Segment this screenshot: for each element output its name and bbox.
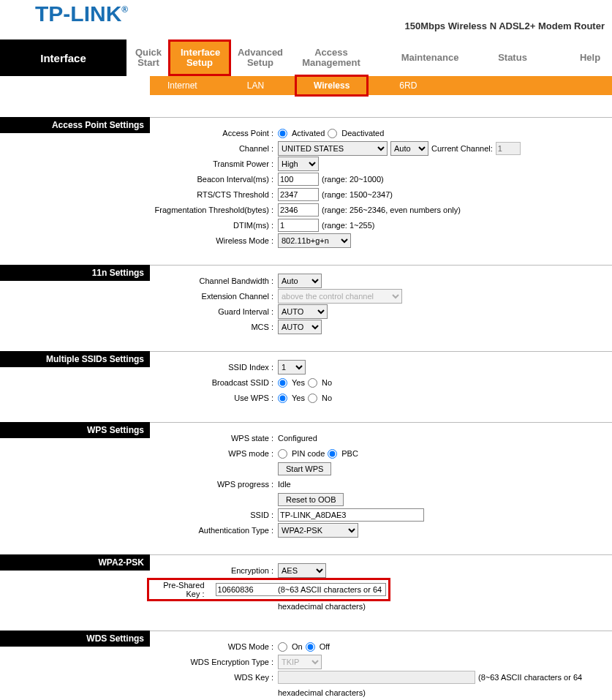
label-wps-state: WPS state : xyxy=(150,434,278,443)
brand-text: TP-LINK xyxy=(35,1,121,26)
select-cbw[interactable]: Auto xyxy=(278,274,322,288)
input-dtim[interactable] xyxy=(278,219,319,232)
radio-wps-pin[interactable] xyxy=(278,449,287,459)
section-wps: WPS Settings xyxy=(0,422,150,438)
tab-access-management[interactable]: Access Management xyxy=(292,43,371,72)
label-wds-key: WDS Key : xyxy=(150,673,278,682)
section-multiple-ssids: Multiple SSIDs Settings xyxy=(0,351,150,367)
note-wdskey-2: hexadecimal characters) xyxy=(278,688,366,697)
label-guard-interval: Guard Interval : xyxy=(150,307,278,316)
input-ssid[interactable] xyxy=(278,508,424,522)
label-wps-progress: WPS progress : xyxy=(150,480,278,489)
select-encryption[interactable]: AES xyxy=(278,563,326,578)
button-reset-oob[interactable]: Reset to OOB xyxy=(278,493,344,506)
radio-usewps-yes[interactable] xyxy=(278,394,287,403)
tab-advanced-setup[interactable]: Advanced Setup xyxy=(229,43,292,72)
tab-status[interactable]: Status xyxy=(486,48,539,67)
section-access-point: Access Point Settings xyxy=(0,117,150,133)
select-country[interactable]: UNITED STATES xyxy=(278,141,388,156)
label-beacon: Beacon Interval(ms) : xyxy=(150,175,278,184)
text-no-2: No xyxy=(322,394,332,402)
label-channel: Channel : xyxy=(150,144,278,153)
label-ssid: SSID : xyxy=(150,511,278,519)
select-ext-channel: above the control channel xyxy=(278,289,402,304)
text-on: On xyxy=(292,642,303,651)
brand-logo: TP-LINK® xyxy=(35,1,128,26)
label-frag: Fragmentation Threshold(bytes) : xyxy=(150,206,278,214)
select-mcs[interactable]: AUTO xyxy=(278,320,322,334)
label-current-channel: Current Channel: xyxy=(431,144,493,153)
subtab-internet[interactable]: Internet xyxy=(150,76,215,95)
label-dtim: DTIM(ms) : xyxy=(150,221,278,230)
radio-ap-activated[interactable] xyxy=(278,129,287,138)
field-current-channel xyxy=(496,142,521,155)
label-psk: Pre-Shared Key : xyxy=(151,581,205,598)
label-rts: RTS/CTS Threshold : xyxy=(150,190,278,199)
text-activated: Activated xyxy=(292,129,325,138)
text-pin: PIN code xyxy=(292,449,325,458)
subtab-6rd[interactable]: 6RD xyxy=(382,76,434,95)
select-wds-enc: TKIP xyxy=(278,655,322,669)
section-11n: 11n Settings xyxy=(0,265,150,281)
input-frag[interactable] xyxy=(278,203,319,217)
label-auth-type: Authentication Type : xyxy=(150,526,278,535)
note-wdskey-1: (8~63 ASCII characters or 64 xyxy=(478,673,582,682)
tab-help[interactable]: Help xyxy=(568,48,612,67)
note-psk-1: (8~63 ASCII characters or 64 xyxy=(278,585,382,594)
subtab-wireless[interactable]: Wireless xyxy=(296,76,367,95)
subtab-lan[interactable]: LAN xyxy=(230,76,282,95)
note-psk-2: hexadecimal characters) xyxy=(278,602,366,611)
label-tx-power: Transmit Power : xyxy=(150,159,278,168)
text-deactivated: Deactivated xyxy=(341,129,384,138)
note-rts: (range: 1500~2347) xyxy=(322,190,393,199)
current-section-label: Interface xyxy=(0,39,126,76)
input-rts[interactable] xyxy=(278,188,319,201)
label-encryption: Encryption : xyxy=(150,566,278,575)
text-no-1: No xyxy=(322,378,332,387)
section-wds: WDS Settings xyxy=(0,631,150,647)
note-frag: (range: 256~2346, even numbers only) xyxy=(322,206,461,214)
select-tx-power[interactable]: High xyxy=(278,157,319,171)
label-mcs: MCS : xyxy=(150,323,278,331)
text-yes-2: Yes xyxy=(292,394,305,402)
text-pbc: PBC xyxy=(341,449,358,458)
select-guard-interval[interactable]: AUTO xyxy=(278,304,328,319)
label-wds-enc: WDS Encryption Type : xyxy=(150,658,278,666)
radio-ap-deactivated[interactable] xyxy=(328,129,337,138)
radio-wps-pbc[interactable] xyxy=(328,449,337,459)
button-start-wps[interactable]: Start WPS xyxy=(278,462,331,475)
label-use-wps: Use WPS : xyxy=(150,394,278,402)
tab-maintenance[interactable]: Maintenance xyxy=(390,48,470,67)
label-wds-mode: WDS Mode : xyxy=(150,642,278,651)
note-dtim: (range: 1~255) xyxy=(322,221,374,230)
registered-icon: ® xyxy=(121,4,128,15)
label-ssid-index: SSID Index : xyxy=(150,363,278,372)
label-broadcast-ssid: Broadcast SSID : xyxy=(150,378,278,387)
input-wds-key xyxy=(278,671,475,684)
tab-interface-setup[interactable]: Interface Setup xyxy=(170,42,229,74)
value-wps-state: Configured xyxy=(278,434,317,443)
value-wps-progress: Idle xyxy=(278,480,291,489)
section-wpa2psk: WPA2-PSK xyxy=(0,554,150,571)
radio-wds-on[interactable] xyxy=(278,642,287,652)
label-cbw: Channel Bandwidth : xyxy=(150,276,278,285)
radio-broadcast-no[interactable] xyxy=(308,378,317,388)
radio-usewps-no[interactable] xyxy=(308,394,317,403)
select-auth-type[interactable]: WPA2-PSK xyxy=(278,523,358,538)
label-wireless-mode: Wireless Mode : xyxy=(150,236,278,245)
label-wps-mode: WPS mode : xyxy=(150,449,278,458)
label-access-point: Access Point : xyxy=(150,129,278,138)
radio-broadcast-yes[interactable] xyxy=(278,378,287,388)
select-wireless-mode[interactable]: 802.11b+g+n xyxy=(278,233,351,248)
radio-wds-off[interactable] xyxy=(306,642,315,652)
text-off: Off xyxy=(320,642,330,651)
input-beacon[interactable] xyxy=(278,173,319,186)
tab-quick-start[interactable]: Quick Start xyxy=(126,43,170,72)
select-ssid-index[interactable]: 1 xyxy=(278,360,306,375)
select-channel[interactable]: Auto xyxy=(390,141,428,156)
text-yes-1: Yes xyxy=(292,378,305,387)
product-title: 150Mbps Wireless N ADSL2+ Modem Router xyxy=(404,20,605,31)
note-beacon: (range: 20~1000) xyxy=(322,175,384,184)
label-ext-channel: Extension Channel : xyxy=(150,292,278,301)
